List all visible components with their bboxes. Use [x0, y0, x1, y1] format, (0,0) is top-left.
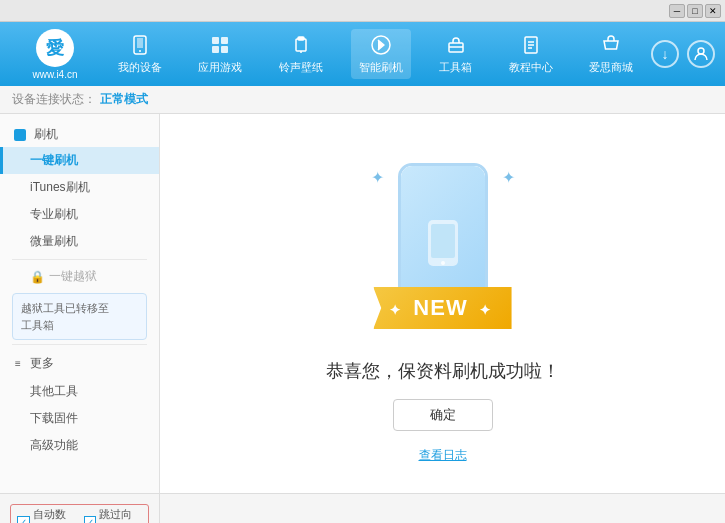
header-right: ↓	[651, 40, 715, 68]
maximize-btn[interactable]: □	[687, 4, 703, 18]
logo-text: www.i4.cn	[32, 69, 77, 80]
auto-start-checkbox-box[interactable]	[17, 516, 30, 524]
sidebar-info-box: 越狱工具已转移至 工具箱	[12, 293, 147, 340]
nav-smart-flash[interactable]: 智能刷机	[351, 29, 411, 79]
more-section-icon: ≡	[12, 358, 24, 370]
svg-rect-18	[14, 129, 26, 141]
phone-icon	[128, 33, 152, 57]
new-banner: NEW	[373, 287, 512, 329]
svg-rect-20	[431, 224, 455, 258]
main-layout: 刷机 一键刷机 iTunes刷机 专业刷机 微量刷机 🔒 一键越狱 越狱工具已转…	[0, 114, 725, 493]
apps-icon	[208, 33, 232, 57]
svg-point-2	[139, 50, 141, 52]
logo-area: 愛 www.i4.cn	[10, 29, 100, 80]
nav-ringtones[interactable]: 铃声壁纸	[271, 29, 331, 79]
nav-my-device-label: 我的设备	[118, 60, 162, 75]
confirm-button[interactable]: 确定	[393, 399, 493, 431]
svg-rect-3	[212, 37, 219, 44]
header: 愛 www.i4.cn 我的设备 应用游戏 铃声壁纸	[0, 22, 725, 86]
sidebar-item-other-tools[interactable]: 其他工具	[0, 378, 159, 405]
download-btn[interactable]: ↓	[651, 40, 679, 68]
skip-wizard-checkbox-box[interactable]	[84, 516, 97, 524]
tutorials-icon	[519, 33, 543, 57]
lock-icon: 🔒	[30, 270, 45, 284]
nav-smart-flash-label: 智能刷机	[359, 60, 403, 75]
sidebar-divider-2	[12, 344, 147, 345]
sidebar-section-more[interactable]: ≡ 更多	[0, 349, 159, 378]
sidebar-item-itunes-flash[interactable]: iTunes刷机	[0, 174, 159, 201]
status-bar: 设备连接状态： 正常模式	[0, 86, 725, 114]
sidebar-item-advanced[interactable]: 高级功能	[0, 432, 159, 459]
nav-tutorials-label: 教程中心	[509, 60, 553, 75]
sidebar-item-one-click-flash[interactable]: 一键刷机	[0, 147, 159, 174]
nav-toolbox-label: 工具箱	[439, 60, 472, 75]
svg-point-17	[698, 48, 704, 54]
phone-illustration: ✦ ✦ NEW	[353, 143, 533, 343]
logo-icon: 愛	[36, 29, 74, 67]
sidebar-item-save-data-flash[interactable]: 微量刷机	[0, 228, 159, 255]
svg-rect-1	[137, 38, 143, 48]
ringtone-icon	[289, 33, 313, 57]
success-text: 恭喜您，保资料刷机成功啦！	[326, 359, 560, 383]
smart-flash-icon	[369, 33, 393, 57]
flash-section-icon	[12, 127, 28, 143]
svg-rect-4	[221, 37, 228, 44]
toolbox-icon	[444, 33, 468, 57]
auto-start-checkbox[interactable]: 自动数连	[17, 507, 76, 523]
svg-rect-6	[221, 46, 228, 53]
sparkle-right: ✦	[502, 168, 515, 187]
nav-apps-label: 应用游戏	[198, 60, 242, 75]
flash-section-label: 刷机	[34, 126, 58, 143]
sidebar-item-download-firmware[interactable]: 下载固件	[0, 405, 159, 432]
svg-rect-8	[298, 37, 304, 40]
nav-ringtones-label: 铃声壁纸	[279, 60, 323, 75]
sparkle-left: ✦	[371, 168, 384, 187]
nav-my-device[interactable]: 我的设备	[110, 29, 170, 79]
nav-store[interactable]: 爱思商城	[581, 29, 641, 79]
sidebar-divider-1	[12, 259, 147, 260]
title-bar: ─ □ ✕	[0, 0, 725, 22]
content-inner: ✦ ✦ NEW 恭喜您，保资	[326, 143, 560, 464]
status-label: 设备连接状态：	[12, 91, 96, 108]
nav-apps-games[interactable]: 应用游戏	[190, 29, 250, 79]
svg-rect-5	[212, 46, 219, 53]
nav-toolbox[interactable]: 工具箱	[431, 29, 480, 79]
bottom-section: 自动数连 跳过向导 📱 iPhone 12 mini 64GB Down-12m…	[0, 493, 725, 523]
sidebar-item-pro-flash[interactable]: 专业刷机	[0, 201, 159, 228]
nav-store-label: 爱思商城	[589, 60, 633, 75]
again-link[interactable]: 查看日志	[419, 447, 467, 464]
sidebar-section-flash[interactable]: 刷机	[0, 122, 159, 147]
bottom-left: 自动数连 跳过向导 📱 iPhone 12 mini 64GB Down-12m…	[0, 494, 160, 523]
skip-wizard-checkbox[interactable]: 跳过向导	[84, 507, 143, 523]
bottom-right	[160, 494, 725, 523]
nav-tutorials[interactable]: 教程中心	[501, 29, 561, 79]
content-area: ✦ ✦ NEW 恭喜您，保资	[160, 114, 725, 493]
svg-point-21	[441, 261, 445, 265]
close-btn[interactable]: ✕	[705, 4, 721, 18]
user-btn[interactable]	[687, 40, 715, 68]
svg-rect-7	[296, 39, 306, 51]
nav-items: 我的设备 应用游戏 铃声壁纸 智能刷机 工具箱	[100, 29, 651, 79]
sidebar: 刷机 一键刷机 iTunes刷机 专业刷机 微量刷机 🔒 一键越狱 越狱工具已转…	[0, 114, 160, 493]
status-value: 正常模式	[100, 91, 148, 108]
minimize-btn[interactable]: ─	[669, 4, 685, 18]
sidebar-section-jailbreak: 🔒 一键越狱	[0, 264, 159, 289]
store-icon	[599, 33, 623, 57]
